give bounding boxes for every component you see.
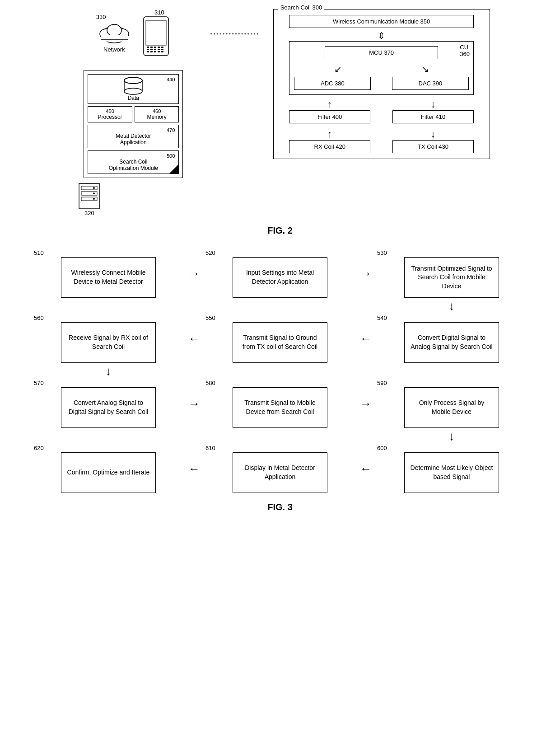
step600-text: Determine Most Likely Object based Signa… <box>409 464 494 481</box>
flow-row-4: 620 Confirm, Optimize and Iterate ← 610 … <box>32 445 528 493</box>
flow-row-3: 570 Convert Analog Signal to Digital Sig… <box>32 380 528 428</box>
wireless-module-label: Wireless Communication Module 350 <box>333 18 430 25</box>
ref-600: 600 <box>377 445 387 451</box>
svg-rect-13 <box>147 49 149 50</box>
connector-row-2: ↓ <box>32 363 528 380</box>
flow-row-2: 560 Receive Signal by RX coil of Search … <box>32 315 528 363</box>
mcu-label: MCU 370 <box>369 49 394 56</box>
tx-coil-box: TX Coil 430 <box>392 140 474 153</box>
network-ref-label: 330 <box>96 14 106 20</box>
ref-580: 580 <box>205 380 215 386</box>
flow-col-610: 610 Display in Metal Detector Applicatio… <box>203 445 357 493</box>
ce-2 <box>203 363 357 380</box>
ce-8 <box>357 428 375 445</box>
ref-530: 530 <box>377 249 387 256</box>
opt-module-label: Search CoilOptimization Module <box>92 159 175 171</box>
ref-610: 610 <box>205 445 215 451</box>
processor-box: 450 Processor <box>88 106 132 122</box>
svg-rect-15 <box>154 49 156 50</box>
ce-7 <box>203 428 357 445</box>
ref-560: 560 <box>34 315 44 321</box>
arrow-570-580: → <box>185 380 203 428</box>
opt-module-box: 500 Search CoilOptimization Module <box>88 150 179 174</box>
arrow-540-550: ← <box>357 315 375 363</box>
cu-box: CU360 MCU 370 ↙ ↘ <box>289 41 474 95</box>
proc-mem-row: 450 Processor 460 Memory <box>88 106 179 122</box>
step580-text: Transmit Signal to Mobile Device from Se… <box>238 399 322 416</box>
coil-row: RX Coil 420 TX Coil 430 <box>289 140 474 153</box>
flow-box-550: Transmit Signal to Ground from TX coil o… <box>233 322 327 363</box>
ref-570: 570 <box>34 380 44 386</box>
step550-text: Transmit Signal to Ground from TX coil o… <box>238 333 322 351</box>
arrow-510-520: → <box>185 249 203 298</box>
mobile-connector <box>147 61 148 68</box>
fig3-diagram: 510 Wirelessly Connect Mobile Device to … <box>18 249 542 521</box>
connector-empty-2 <box>185 298 203 315</box>
flow-col-540: 540 Convert Digital Signal to Analog Sig… <box>375 315 528 363</box>
svg-rect-9 <box>150 47 153 48</box>
search-coil-title: Search Coil 300 <box>278 4 325 11</box>
filter-rx-box: Filter 400 <box>289 110 370 123</box>
wcm-mcu-arrow: ⇕ <box>378 31 385 40</box>
data-label: Data <box>128 95 139 101</box>
cu-label: CU360 <box>460 44 470 57</box>
svg-rect-4 <box>101 35 128 42</box>
flow-col-550: 550 Transmit Signal to Ground from TX co… <box>203 315 357 363</box>
flow-section: 510 Wirelessly Connect Mobile Device to … <box>32 249 528 493</box>
connector-empty-3 <box>203 298 357 315</box>
flow-box-560: Receive Signal by RX coil of Search Coil <box>61 322 156 363</box>
arrow-530-540: ↓ <box>449 299 455 313</box>
arrow-550-560: ← <box>185 315 203 363</box>
svg-rect-18 <box>147 51 149 52</box>
flow-box-610: Display in Metal Detector Application <box>233 452 327 493</box>
step530-text: Transmit Optimized Signal to Search Coil… <box>409 264 494 291</box>
flow-col-510: 510 Wirelessly Connect Mobile Device to … <box>32 249 185 298</box>
flow-box-600: Determine Most Likely Object based Signa… <box>404 452 499 493</box>
svg-point-33 <box>93 193 95 194</box>
server-icon <box>75 183 104 210</box>
ref-620: 620 <box>34 445 44 451</box>
ce-1 <box>185 363 203 380</box>
adc-label: ADC 380 <box>321 80 345 87</box>
svg-rect-7 <box>146 20 166 45</box>
svg-rect-11 <box>158 47 160 48</box>
svg-point-34 <box>93 198 95 200</box>
adc-dac-row: ADC 380 DAC 390 <box>294 77 469 90</box>
dac-label: DAC 390 <box>419 80 443 87</box>
network-text: Network <box>103 46 125 53</box>
svg-rect-28 <box>79 183 99 209</box>
server-group: 320 <box>75 183 104 216</box>
fig2-content: 330 Network 310 <box>18 9 542 216</box>
network-cloud-icon <box>96 20 132 45</box>
connector-empty-4 <box>357 298 375 315</box>
fig2-label: FIG. 2 <box>267 225 293 236</box>
wireless-connection: ●●●●●●●●●●●●●●●● <box>210 9 259 36</box>
data-ref-label: 440 <box>167 77 175 82</box>
adc-box: ADC 380 <box>294 77 371 90</box>
filter-coil-arrows: ↑ ↓ <box>289 128 474 140</box>
svg-point-3 <box>107 24 121 36</box>
processor-label: Processor <box>91 114 129 120</box>
arrow-590-600: ↓ <box>449 429 455 443</box>
mobile-inner-box: 440 Data 450 Processor 460 Memory <box>84 70 183 178</box>
ce-5 <box>32 428 185 445</box>
connector-590-600: ↓ <box>375 428 528 445</box>
ref-590: 590 <box>377 380 387 386</box>
step620-text: Confirm, Optimize and Iterate <box>67 468 150 477</box>
adc-filter-arrow: ↑ <box>289 99 370 110</box>
connector-row-1: ↓ <box>32 298 528 315</box>
flow-col-520: 520 Input Settings into Metal Detector A… <box>203 249 357 298</box>
ref-520: 520 <box>205 249 215 256</box>
fig3-label: FIG. 3 <box>267 502 293 512</box>
flow-box-620: Confirm, Optimize and Iterate <box>61 452 156 493</box>
step570-text: Convert Analog Signal to Digital Signal … <box>66 399 151 416</box>
flow-col-560: 560 Receive Signal by RX coil of Search … <box>32 315 185 363</box>
network-group: 330 Network <box>96 14 132 53</box>
memory-label: Memory <box>138 114 176 120</box>
flow-col-530: 530 Transmit Optimized Signal to Search … <box>375 249 528 298</box>
data-box: 440 Data <box>88 74 179 104</box>
tx-coil-label: TX Coil 430 <box>418 143 448 150</box>
ce-3 <box>357 363 375 380</box>
memory-ref: 460 <box>138 108 176 114</box>
ref-550: 550 <box>205 315 215 321</box>
